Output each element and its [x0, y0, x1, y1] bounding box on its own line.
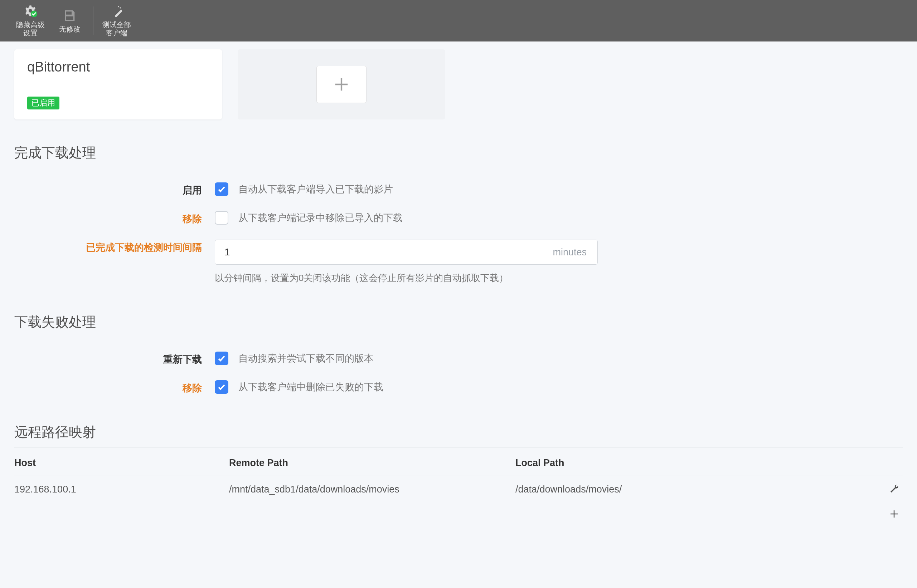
- client-cards-row: qBittorrent 已启用: [14, 49, 903, 120]
- path-mapping-table: Host Remote Path Local Path 192.168.100.…: [14, 451, 903, 525]
- page-content: qBittorrent 已启用 完成下载处理 启用 自动从下载客户端导入已下载的…: [0, 42, 917, 547]
- add-mapping-button[interactable]: [887, 507, 901, 521]
- save-icon: [63, 8, 77, 23]
- add-client-button[interactable]: [316, 66, 366, 103]
- section-title-completed: 完成下载处理: [14, 144, 903, 162]
- label-interval: 已完成下载的检测时间间隔: [14, 240, 215, 254]
- gear-check-icon: [23, 4, 37, 19]
- wrench-icon: [889, 483, 899, 494]
- svg-point-5: [118, 6, 119, 7]
- section-failed: 下载失败处理 重新下载 自动搜索并尝试下载不同的版本 移除 从下载客户端中删除已…: [14, 313, 903, 394]
- section-title-mapping: 远程路径映射: [14, 423, 903, 441]
- row-completed-remove: 移除 从下载客户端记录中移除已导入的下载: [14, 211, 903, 225]
- label-redownload: 重新下载: [14, 352, 215, 366]
- toolbar: 隐藏高级 设置 无修改 测试全部 客户端: [0, 0, 917, 42]
- plus-icon: [889, 509, 899, 519]
- col-local: Local Path: [515, 457, 874, 468]
- desc-redownload: 自动搜索并尝试下载不同的版本: [238, 352, 374, 365]
- section-rule: [14, 337, 903, 337]
- no-changes-label: 无修改: [59, 25, 81, 33]
- section-mapping: 远程路径映射 Host Remote Path Local Path 192.1…: [14, 423, 903, 525]
- cell-host: 192.168.100.1: [14, 484, 229, 495]
- label-completed-remove: 移除: [14, 211, 215, 225]
- row-failed-redownload: 重新下载 自动搜索并尝试下载不同的版本: [14, 352, 903, 366]
- client-card-name: qBittorrent: [27, 59, 209, 75]
- col-remote: Remote Path: [229, 457, 515, 468]
- interval-unit: minutes: [542, 240, 597, 264]
- row-failed-remove: 移除 从下载客户端中删除已失败的下载: [14, 380, 903, 394]
- test-all-button[interactable]: 测试全部 客户端: [97, 2, 136, 40]
- checkbox-failed-remove[interactable]: [215, 380, 228, 394]
- section-rule: [14, 447, 903, 447]
- desc-completed-enable: 自动从下载客户端导入已下载的影片: [238, 183, 393, 195]
- section-title-failed: 下载失败处理: [14, 313, 903, 331]
- section-completed: 完成下载处理 启用 自动从下载客户端导入已下载的影片 移除 从下载客户端记录中移…: [14, 144, 903, 284]
- wand-icon: [110, 4, 124, 19]
- desc-completed-remove: 从下载客户端记录中移除已导入的下载: [238, 212, 403, 224]
- add-client-card: [238, 49, 445, 120]
- edit-mapping-button[interactable]: [887, 482, 901, 496]
- svg-point-4: [121, 10, 122, 11]
- test-all-label: 测试全部 客户端: [102, 21, 131, 37]
- label-failed-remove: 移除: [14, 380, 215, 394]
- svg-rect-2: [115, 10, 122, 18]
- interval-input-group: minutes: [215, 240, 598, 265]
- status-badge: 已启用: [27, 97, 60, 110]
- interval-input[interactable]: [215, 240, 542, 264]
- checkbox-completed-remove[interactable]: [215, 211, 228, 225]
- checkbox-completed-enable[interactable]: [215, 183, 228, 196]
- label-enable: 启用: [14, 183, 215, 197]
- row-completed-interval: 已完成下载的检测时间间隔 minutes 以分钟间隔，设置为0关闭该功能（这会停…: [14, 240, 903, 284]
- client-card-qbittorrent[interactable]: qBittorrent 已启用: [14, 49, 222, 120]
- table-add-row: [14, 503, 903, 525]
- table-header: Host Remote Path Local Path: [14, 451, 903, 475]
- plus-icon: [332, 75, 351, 94]
- cell-local: /data/downloads/movies/: [515, 484, 874, 495]
- checkbox-redownload[interactable]: [215, 352, 228, 365]
- col-host: Host: [14, 457, 229, 468]
- hide-advanced-label: 隐藏高级 设置: [16, 21, 45, 37]
- cell-remote: /mnt/data_sdb1/data/downloads/movies: [229, 484, 515, 495]
- section-rule: [14, 168, 903, 168]
- desc-failed-remove: 从下载客户端中删除已失败的下载: [238, 381, 383, 393]
- interval-help: 以分钟间隔，设置为0关闭该功能（这会停止所有影片的自动抓取下载）: [215, 272, 903, 284]
- table-row: 192.168.100.1 /mnt/data_sdb1/data/downlo…: [14, 475, 903, 503]
- no-changes-button[interactable]: 无修改: [50, 6, 89, 36]
- hide-advanced-button[interactable]: 隐藏高级 设置: [11, 2, 50, 40]
- svg-point-3: [120, 7, 121, 8]
- row-completed-enable: 启用 自动从下载客户端导入已下载的影片: [14, 183, 903, 197]
